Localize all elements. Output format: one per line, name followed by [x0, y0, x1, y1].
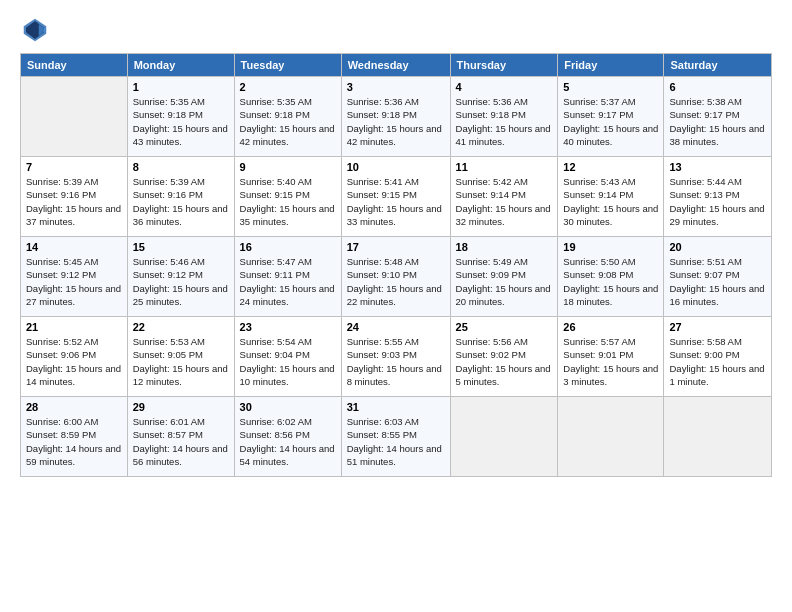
col-header-monday: Monday: [127, 54, 234, 77]
day-number: 3: [347, 81, 445, 93]
day-number: 12: [563, 161, 658, 173]
calendar-table: SundayMondayTuesdayWednesdayThursdayFrid…: [20, 53, 772, 477]
day-number: 23: [240, 321, 336, 333]
day-number: 29: [133, 401, 229, 413]
day-info: Sunrise: 5:53 AMSunset: 9:05 PMDaylight:…: [133, 335, 229, 388]
day-info: Sunrise: 5:56 AMSunset: 9:02 PMDaylight:…: [456, 335, 553, 388]
day-number: 28: [26, 401, 122, 413]
day-number: 30: [240, 401, 336, 413]
day-number: 7: [26, 161, 122, 173]
day-number: 24: [347, 321, 445, 333]
day-info: Sunrise: 5:52 AMSunset: 9:06 PMDaylight:…: [26, 335, 122, 388]
day-cell: 4Sunrise: 5:36 AMSunset: 9:18 PMDaylight…: [450, 77, 558, 157]
day-number: 15: [133, 241, 229, 253]
col-header-thursday: Thursday: [450, 54, 558, 77]
col-header-tuesday: Tuesday: [234, 54, 341, 77]
day-info: Sunrise: 5:57 AMSunset: 9:01 PMDaylight:…: [563, 335, 658, 388]
day-cell: 7Sunrise: 5:39 AMSunset: 9:16 PMDaylight…: [21, 157, 128, 237]
day-info: Sunrise: 5:48 AMSunset: 9:10 PMDaylight:…: [347, 255, 445, 308]
day-info: Sunrise: 5:51 AMSunset: 9:07 PMDaylight:…: [669, 255, 766, 308]
day-info: Sunrise: 5:39 AMSunset: 9:16 PMDaylight:…: [26, 175, 122, 228]
day-number: 22: [133, 321, 229, 333]
day-cell: [558, 397, 664, 477]
day-info: Sunrise: 6:01 AMSunset: 8:57 PMDaylight:…: [133, 415, 229, 468]
day-number: 18: [456, 241, 553, 253]
day-cell: [21, 77, 128, 157]
day-info: Sunrise: 5:46 AMSunset: 9:12 PMDaylight:…: [133, 255, 229, 308]
day-cell: 26Sunrise: 5:57 AMSunset: 9:01 PMDayligh…: [558, 317, 664, 397]
logo-icon: [20, 15, 50, 45]
header-row: SundayMondayTuesdayWednesdayThursdayFrid…: [21, 54, 772, 77]
day-cell: 5Sunrise: 5:37 AMSunset: 9:17 PMDaylight…: [558, 77, 664, 157]
day-info: Sunrise: 5:41 AMSunset: 9:15 PMDaylight:…: [347, 175, 445, 228]
day-number: 26: [563, 321, 658, 333]
day-info: Sunrise: 5:36 AMSunset: 9:18 PMDaylight:…: [347, 95, 445, 148]
day-info: Sunrise: 5:37 AMSunset: 9:17 PMDaylight:…: [563, 95, 658, 148]
day-cell: 18Sunrise: 5:49 AMSunset: 9:09 PMDayligh…: [450, 237, 558, 317]
day-number: 2: [240, 81, 336, 93]
day-number: 1: [133, 81, 229, 93]
day-number: 4: [456, 81, 553, 93]
day-info: Sunrise: 5:50 AMSunset: 9:08 PMDaylight:…: [563, 255, 658, 308]
day-cell: 12Sunrise: 5:43 AMSunset: 9:14 PMDayligh…: [558, 157, 664, 237]
day-number: 19: [563, 241, 658, 253]
day-number: 14: [26, 241, 122, 253]
day-number: 27: [669, 321, 766, 333]
day-info: Sunrise: 5:47 AMSunset: 9:11 PMDaylight:…: [240, 255, 336, 308]
day-cell: 16Sunrise: 5:47 AMSunset: 9:11 PMDayligh…: [234, 237, 341, 317]
day-cell: [450, 397, 558, 477]
day-cell: 15Sunrise: 5:46 AMSunset: 9:12 PMDayligh…: [127, 237, 234, 317]
page-container: SundayMondayTuesdayWednesdayThursdayFrid…: [0, 0, 792, 487]
day-info: Sunrise: 5:38 AMSunset: 9:17 PMDaylight:…: [669, 95, 766, 148]
day-info: Sunrise: 5:58 AMSunset: 9:00 PMDaylight:…: [669, 335, 766, 388]
day-info: Sunrise: 5:42 AMSunset: 9:14 PMDaylight:…: [456, 175, 553, 228]
day-cell: 3Sunrise: 5:36 AMSunset: 9:18 PMDaylight…: [341, 77, 450, 157]
week-row-5: 28Sunrise: 6:00 AMSunset: 8:59 PMDayligh…: [21, 397, 772, 477]
col-header-friday: Friday: [558, 54, 664, 77]
day-info: Sunrise: 5:44 AMSunset: 9:13 PMDaylight:…: [669, 175, 766, 228]
day-number: 8: [133, 161, 229, 173]
day-info: Sunrise: 5:49 AMSunset: 9:09 PMDaylight:…: [456, 255, 553, 308]
week-row-2: 7Sunrise: 5:39 AMSunset: 9:16 PMDaylight…: [21, 157, 772, 237]
day-cell: 22Sunrise: 5:53 AMSunset: 9:05 PMDayligh…: [127, 317, 234, 397]
day-cell: 20Sunrise: 5:51 AMSunset: 9:07 PMDayligh…: [664, 237, 772, 317]
day-number: 31: [347, 401, 445, 413]
day-cell: 17Sunrise: 5:48 AMSunset: 9:10 PMDayligh…: [341, 237, 450, 317]
day-cell: [664, 397, 772, 477]
day-info: Sunrise: 6:02 AMSunset: 8:56 PMDaylight:…: [240, 415, 336, 468]
day-number: 5: [563, 81, 658, 93]
week-row-3: 14Sunrise: 5:45 AMSunset: 9:12 PMDayligh…: [21, 237, 772, 317]
day-info: Sunrise: 6:03 AMSunset: 8:55 PMDaylight:…: [347, 415, 445, 468]
day-cell: 29Sunrise: 6:01 AMSunset: 8:57 PMDayligh…: [127, 397, 234, 477]
day-info: Sunrise: 5:36 AMSunset: 9:18 PMDaylight:…: [456, 95, 553, 148]
day-cell: 30Sunrise: 6:02 AMSunset: 8:56 PMDayligh…: [234, 397, 341, 477]
day-cell: 9Sunrise: 5:40 AMSunset: 9:15 PMDaylight…: [234, 157, 341, 237]
day-cell: 25Sunrise: 5:56 AMSunset: 9:02 PMDayligh…: [450, 317, 558, 397]
day-number: 17: [347, 241, 445, 253]
week-row-1: 1Sunrise: 5:35 AMSunset: 9:18 PMDaylight…: [21, 77, 772, 157]
day-number: 25: [456, 321, 553, 333]
day-cell: 31Sunrise: 6:03 AMSunset: 8:55 PMDayligh…: [341, 397, 450, 477]
day-cell: 19Sunrise: 5:50 AMSunset: 9:08 PMDayligh…: [558, 237, 664, 317]
col-header-saturday: Saturday: [664, 54, 772, 77]
week-row-4: 21Sunrise: 5:52 AMSunset: 9:06 PMDayligh…: [21, 317, 772, 397]
day-number: 10: [347, 161, 445, 173]
day-info: Sunrise: 6:00 AMSunset: 8:59 PMDaylight:…: [26, 415, 122, 468]
day-cell: 1Sunrise: 5:35 AMSunset: 9:18 PMDaylight…: [127, 77, 234, 157]
day-cell: 6Sunrise: 5:38 AMSunset: 9:17 PMDaylight…: [664, 77, 772, 157]
day-cell: 23Sunrise: 5:54 AMSunset: 9:04 PMDayligh…: [234, 317, 341, 397]
day-number: 21: [26, 321, 122, 333]
day-number: 9: [240, 161, 336, 173]
header: [20, 15, 772, 45]
day-info: Sunrise: 5:40 AMSunset: 9:15 PMDaylight:…: [240, 175, 336, 228]
logo: [20, 15, 54, 45]
day-cell: 2Sunrise: 5:35 AMSunset: 9:18 PMDaylight…: [234, 77, 341, 157]
day-cell: 10Sunrise: 5:41 AMSunset: 9:15 PMDayligh…: [341, 157, 450, 237]
day-number: 11: [456, 161, 553, 173]
day-info: Sunrise: 5:39 AMSunset: 9:16 PMDaylight:…: [133, 175, 229, 228]
day-cell: 24Sunrise: 5:55 AMSunset: 9:03 PMDayligh…: [341, 317, 450, 397]
day-cell: 27Sunrise: 5:58 AMSunset: 9:00 PMDayligh…: [664, 317, 772, 397]
day-number: 6: [669, 81, 766, 93]
day-info: Sunrise: 5:35 AMSunset: 9:18 PMDaylight:…: [133, 95, 229, 148]
day-cell: 13Sunrise: 5:44 AMSunset: 9:13 PMDayligh…: [664, 157, 772, 237]
